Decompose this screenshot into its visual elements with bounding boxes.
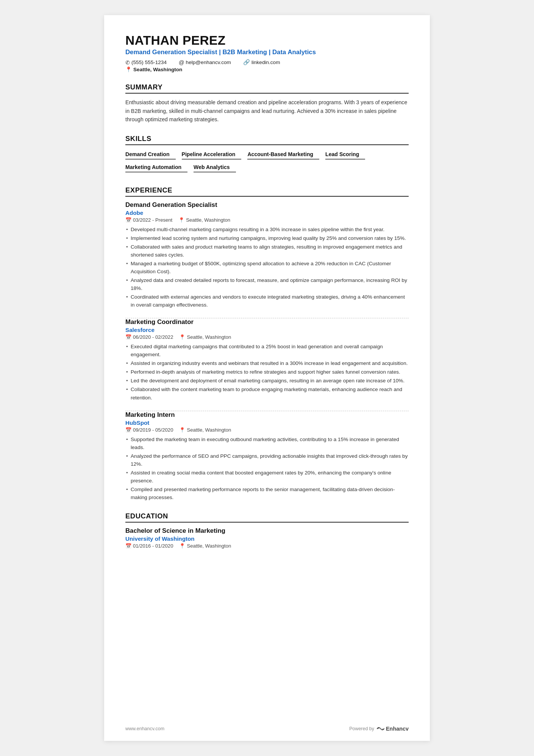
skills-title: SKILLS [125,135,409,145]
bullet-item: Compiled and presented marketing perform… [125,485,409,501]
bullet-item: Developed multi-channel marketing campai… [125,225,409,233]
job-company: Adobe [125,210,409,216]
skill-tag: Account-Based Marketing [247,150,319,160]
job-meta: 📅 03/2022 - Present 📍 Seattle, Washingto… [125,217,409,223]
calendar-icon: 📅 [125,427,131,433]
footer: www.enhancv.com Powered by Enhancv [125,726,409,732]
bullet-item: Executed digital marketing campaigns tha… [125,343,409,358]
location-value: Seattle, Washington [133,67,182,72]
candidate-title: Demand Generation Specialist | B2B Marke… [125,49,409,56]
summary-text: Enthusiastic about driving measurable de… [125,98,409,124]
bullet-item: Implemented lead scoring system and nurt… [125,234,409,242]
enhancv-brand: Enhancv [386,726,409,732]
education-section: EDUCATION Bachelor of Science in Marketi… [125,512,409,549]
skill-tag: Web Analytics [194,163,236,172]
footer-website: www.enhancv.com [125,726,164,731]
job-meta: 📅 06/2020 - 02/2022 📍 Seattle, Washingto… [125,334,409,340]
job-title: Marketing Coordinator [125,318,409,326]
bullet-item: Analyzed the performance of SEO and PPC … [125,452,409,468]
job-location: 📍 Seattle, Washington [179,334,231,340]
enhancv-logo: Enhancv [376,726,409,732]
calendar-icon: 📅 [125,217,131,223]
bullet-item: Coordinated with external agencies and v… [125,293,409,309]
job-date: 📅 09/2019 - 05/2020 [125,427,173,433]
location-pin-icon: 📍 [179,427,185,433]
job-bullets: Executed digital marketing campaigns tha… [125,343,409,401]
skill-tag: Lead Scoring [325,150,365,160]
experience-title: EXPERIENCE [125,186,409,197]
skills-section: SKILLS Demand CreationPipeline Accelerat… [125,135,409,175]
phone-icon: ✆ [125,59,130,66]
jobs-container: Demand Generation Specialist Adobe 📅 03/… [125,201,409,502]
location-row: 📍 Seattle, Washington [125,66,409,72]
calendar-icon: 📅 [125,334,131,340]
email-value: help@enhancv.com [186,59,231,65]
skill-tag: Demand Creation [125,150,176,160]
footer-right: Powered by Enhancv [349,726,409,732]
summary-section: SUMMARY Enthusiastic about driving measu… [125,83,409,124]
job-date: 📅 03/2022 - Present [125,217,172,223]
bullet-item: Assisted in creating social media conten… [125,469,409,485]
email-icon: @ [179,59,184,66]
skills-grid: Demand CreationPipeline AccelerationAcco… [125,150,409,175]
bullet-item: Analyzed data and created detailed repor… [125,276,409,292]
edu-institution: University of Washington [125,535,409,542]
job-bullets: Supported the marketing team in executin… [125,435,409,502]
calendar-icon: 📅 [125,543,131,549]
resume-page: NATHAN PEREZ Demand Generation Specialis… [104,15,430,741]
edu-date: 📅 01/2016 - 01/2020 [125,543,173,549]
candidate-name: NATHAN PEREZ [125,33,409,48]
phone-contact: ✆ (555) 555-1234 [125,59,167,66]
job-entry: Marketing Coordinator Salesforce 📅 06/20… [125,318,409,401]
linkedin-contact: 🔗 linkedin.com [243,59,280,66]
bullet-item: Managed a marketing budget of $500K, opt… [125,260,409,275]
job-company: HubSpot [125,419,409,426]
contact-row: ✆ (555) 555-1234 @ help@enhancv.com 🔗 li… [125,59,409,66]
education-title: EDUCATION [125,512,409,523]
email-contact: @ help@enhancv.com [179,59,231,66]
summary-title: SUMMARY [125,83,409,94]
job-entry: Marketing Intern HubSpot 📅 09/2019 - 05/… [125,411,409,502]
edu-entry: Bachelor of Science in Marketing Univers… [125,527,409,549]
phone-value: (555) 555-1234 [131,59,167,65]
powered-by-text: Powered by [349,726,374,731]
edu-location: 📍 Seattle, Washington [179,543,231,549]
linkedin-value: linkedin.com [251,59,280,65]
location-pin-icon: 📍 [179,543,185,549]
enhancv-icon [376,726,385,731]
location-icon: 📍 [125,66,132,72]
location-pin-icon: 📍 [178,217,184,223]
job-title: Marketing Intern [125,411,409,419]
edu-degree: Bachelor of Science in Marketing [125,527,409,535]
bullet-item: Supported the marketing team in executin… [125,435,409,451]
bullet-item: Performed in-depth analysis of marketing… [125,368,409,376]
job-location: 📍 Seattle, Washington [178,217,230,223]
header: NATHAN PEREZ Demand Generation Specialis… [125,33,409,72]
edu-meta: 📅 01/2016 - 01/2020 📍 Seattle, Washingto… [125,543,409,549]
bullet-item: Collaborated with the content marketing … [125,385,409,401]
skill-tag: Pipeline Acceleration [182,150,242,160]
bullet-item: Assisted in organizing industry events a… [125,359,409,367]
linkedin-icon: 🔗 [243,59,250,66]
job-title: Demand Generation Specialist [125,201,409,209]
job-entry: Demand Generation Specialist Adobe 📅 03/… [125,201,409,309]
job-location: 📍 Seattle, Washington [179,427,231,433]
job-meta: 📅 09/2019 - 05/2020 📍 Seattle, Washingto… [125,427,409,433]
job-bullets: Developed multi-channel marketing campai… [125,225,409,309]
skill-tag: Marketing Automation [125,163,187,172]
edu-container: Bachelor of Science in Marketing Univers… [125,527,409,549]
experience-section: EXPERIENCE Demand Generation Specialist … [125,186,409,502]
job-date: 📅 06/2020 - 02/2022 [125,334,173,340]
bullet-item: Collaborated with sales and product mark… [125,243,409,259]
bullet-item: Led the development and deployment of em… [125,377,409,385]
job-company: Salesforce [125,327,409,333]
location-pin-icon: 📍 [179,334,185,340]
